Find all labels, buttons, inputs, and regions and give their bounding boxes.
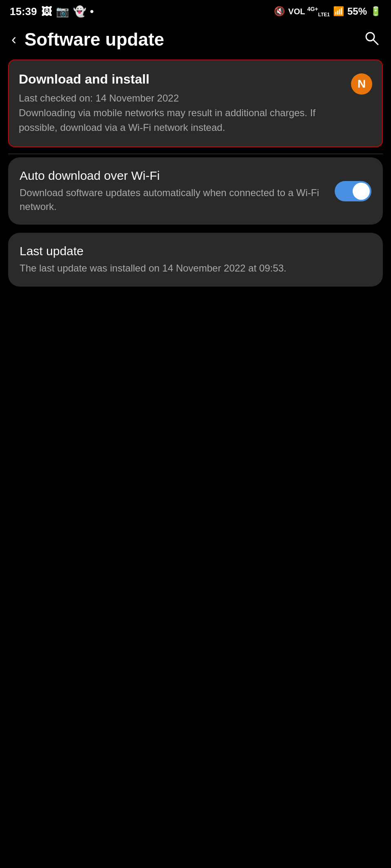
toggle-knob bbox=[353, 183, 370, 200]
last-update-title: Last update bbox=[20, 244, 371, 258]
page-title: Software update bbox=[24, 29, 164, 50]
download-card-subtitle-line1: Last checked on: 14 November 2022 bbox=[19, 93, 179, 104]
content: Download and install Last checked on: 14… bbox=[0, 60, 391, 287]
mute-icon: 🔇 bbox=[274, 6, 285, 17]
auto-download-text: Auto download over Wi-Fi Download softwa… bbox=[20, 169, 335, 213]
header-left: ‹ Software update bbox=[11, 29, 164, 50]
snapchat-icon: 👻 bbox=[73, 5, 86, 18]
instagram-icon: 📷 bbox=[56, 5, 69, 18]
battery-percent: 55% bbox=[347, 6, 367, 17]
auto-download-row: Auto download over Wi-Fi Download softwa… bbox=[20, 169, 371, 213]
status-bar-left: 15:39 🖼 📷 👻 • bbox=[10, 5, 94, 18]
auto-download-title: Auto download over Wi-Fi bbox=[20, 169, 327, 183]
network-indicator: VOL 4G+LTE1 bbox=[288, 6, 330, 18]
back-button[interactable]: ‹ bbox=[11, 32, 16, 47]
battery-icon: 🔋 bbox=[370, 6, 381, 17]
download-card-text: Download and install Last checked on: 14… bbox=[19, 72, 351, 135]
dot-indicator: • bbox=[90, 5, 94, 18]
auto-download-toggle[interactable] bbox=[335, 181, 371, 201]
gallery-icon: 🖼 bbox=[41, 5, 52, 18]
svg-line-1 bbox=[373, 40, 378, 44]
header: ‹ Software update bbox=[0, 21, 391, 60]
download-card-subtitle-body: Downloading via mobile networks may resu… bbox=[19, 107, 315, 133]
status-bar-right: 🔇 VOL 4G+LTE1 📶 55% 🔋 bbox=[274, 6, 381, 18]
notification-badge: N bbox=[351, 73, 372, 95]
section-divider bbox=[8, 154, 383, 154]
download-card-subtitle: Last checked on: 14 November 2022 Downlo… bbox=[19, 91, 344, 135]
download-card-title: Download and install bbox=[19, 72, 344, 87]
last-update-subtitle: The last update was installed on 14 Nove… bbox=[20, 261, 371, 275]
search-button[interactable] bbox=[363, 30, 380, 50]
notification-badge-label: N bbox=[358, 77, 366, 91]
signal-bars-icon: 📶 bbox=[333, 6, 344, 17]
download-install-card[interactable]: Download and install Last checked on: 14… bbox=[8, 60, 383, 147]
auto-download-subtitle: Download software updates automatically … bbox=[20, 186, 327, 213]
auto-download-card: Auto download over Wi-Fi Download softwa… bbox=[8, 157, 383, 225]
status-bar: 15:39 🖼 📷 👻 • 🔇 VOL 4G+LTE1 📶 55% 🔋 bbox=[0, 0, 391, 21]
last-update-card: Last update The last update was installe… bbox=[8, 233, 383, 287]
status-time: 15:39 bbox=[10, 5, 37, 18]
auto-download-toggle-container bbox=[335, 181, 371, 201]
